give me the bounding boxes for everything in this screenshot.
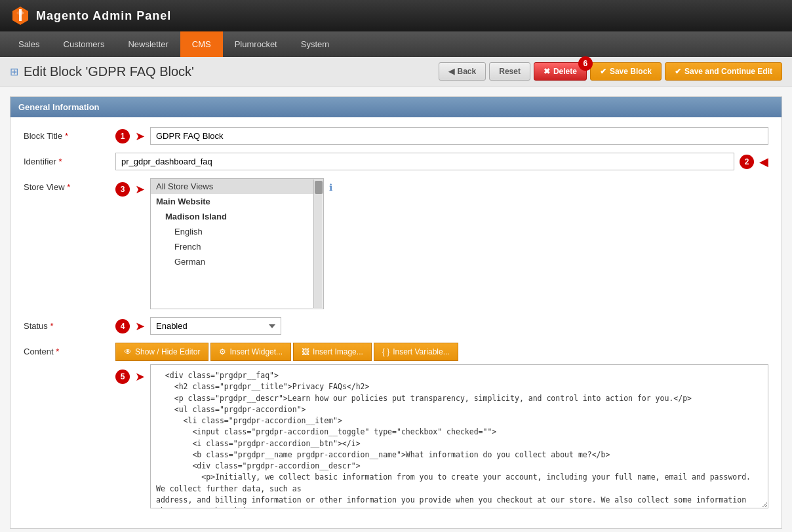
save-continue-button[interactable]: ✔ Save and Continue Edit [665,62,782,81]
step5-badge: 5 [115,370,130,384]
status-field: 4 ➤ Enabled Disabled [115,317,768,335]
delete-button[interactable]: ✖ Delete 6 [534,62,587,81]
nav-item-plumrocket[interactable]: Plumrocket [223,31,289,57]
back-icon: ◀ [448,67,454,76]
step6-badge: 6 [578,56,593,71]
logo: Magento Admin Panel [10,5,171,26]
save-continue-icon: ✔ [675,67,681,76]
back-button[interactable]: ◀ Back [439,62,486,81]
content-label: Content * [24,343,115,356]
page-title: Edit Block 'GDPR FAQ Block' [24,64,194,79]
store-view-list[interactable]: All Store Views Main Website Madison Isl… [150,178,324,309]
identifier-row: Identifier * 2 ◀ [24,153,768,170]
identifier-label: Identifier * [24,153,115,166]
page-toolbar: ⊞ Edit Block 'GDPR FAQ Block' ◀ Back Res… [0,57,792,86]
content-row: Content * 👁 Show / Hide Editor ⚙ Insert … [24,343,768,510]
content-area: General Information Block Title * 1 ➤ Id… [0,86,792,532]
arrow5-icon: ➤ [135,370,145,384]
status-select-wrapper: Enabled Disabled [150,317,281,335]
arrow2-icon: ◀ [759,155,768,169]
eye-icon: 👁 [124,347,132,356]
section-header: General Information [10,97,782,117]
store-option-german[interactable]: German [151,254,323,269]
store-option-madison-island[interactable]: Madison Island [151,209,323,224]
magento-logo-icon [10,5,31,26]
identifier-input[interactable] [115,153,734,170]
status-label: Status * [24,317,115,331]
scrollbar-thumb[interactable] [315,181,323,194]
variable-icon: { } [382,347,389,356]
status-select[interactable]: Enabled Disabled [150,317,281,335]
general-information-section: General Information Block Title * 1 ➤ Id… [10,96,782,529]
page-title-icon: ⊞ [10,66,18,78]
code-area-wrapper: 5 ➤ <div class="prgdpr__faq"> <h2 class=… [115,364,768,510]
status-row: Status * 4 ➤ Enabled Disabled [24,317,768,335]
store-view-field: 3 ➤ All Store Views Main Website Madison… [115,178,768,309]
arrow3-icon: ➤ [135,182,145,197]
identifier-field: 2 ◀ [115,153,768,170]
step3-badge: 3 [115,182,130,197]
store-list-wrapper: All Store Views Main Website Madison Isl… [150,178,324,309]
svg-rect-3 [19,9,22,21]
content-code-editor[interactable]: <div class="prgdpr__faq"> <h2 class="prg… [150,364,768,508]
reset-button[interactable]: Reset [489,62,530,81]
block-title-label: Block Title * [24,127,115,141]
content-field: 👁 Show / Hide Editor ⚙ Insert Widget... … [115,343,768,510]
nav-item-sales[interactable]: Sales [7,31,52,57]
nav-item-cms[interactable]: CMS [180,31,223,57]
app-name: Magento Admin Panel [36,9,171,23]
main-nav: Sales Customers Newsletter CMS Plumrocke… [0,31,792,57]
insert-widget-button[interactable]: ⚙ Insert Widget... [210,343,291,361]
form-body: Block Title * 1 ➤ Identifier * 2 [10,117,782,528]
show-hide-editor-button[interactable]: 👁 Show / Hide Editor [115,343,208,361]
insert-image-button[interactable]: 🖼 Insert Image... [293,343,372,361]
store-view-info-icon[interactable]: ℹ [329,182,332,193]
code-container: <div class="prgdpr__faq"> <h2 class="prg… [150,364,768,510]
save-block-button[interactable]: ✔ Save Block [590,62,662,81]
arrow4-icon: ➤ [135,319,145,333]
page-title-area: ⊞ Edit Block 'GDPR FAQ Block' [10,64,194,79]
nav-item-system[interactable]: System [289,31,341,57]
delete-icon: ✖ [544,67,550,76]
app-header: Magento Admin Panel [0,0,792,31]
block-title-field: 1 ➤ [115,127,768,145]
arrow1-icon: ➤ [135,129,145,143]
block-title-input[interactable] [150,127,768,145]
image-icon: 🖼 [302,347,309,356]
nav-item-customers[interactable]: Customers [52,31,117,57]
editor-toolbar: 👁 Show / Hide Editor ⚙ Insert Widget... … [115,343,768,361]
nav-item-newsletter[interactable]: Newsletter [116,31,180,57]
store-option-english[interactable]: English [151,224,323,239]
store-view-row: Store View * 3 ➤ All Store Views Main We… [24,178,768,309]
store-option-all[interactable]: All Store Views [151,179,323,194]
step4-badge: 4 [115,319,130,333]
step1-badge: 1 [115,129,130,143]
step2-badge: 2 [740,155,754,169]
block-title-row: Block Title * 1 ➤ [24,127,768,145]
toolbar-buttons: ◀ Back Reset ✖ Delete 6 ✔ Save Block ✔ S… [439,62,782,81]
store-view-label: Store View * [24,178,115,192]
store-option-french[interactable]: French [151,239,323,254]
store-option-main-website[interactable]: Main Website [151,194,323,209]
save-icon: ✔ [600,67,606,76]
insert-variable-button[interactable]: { } Insert Variable... [374,343,458,361]
scrollbar[interactable] [313,180,323,308]
widget-icon: ⚙ [219,347,226,356]
